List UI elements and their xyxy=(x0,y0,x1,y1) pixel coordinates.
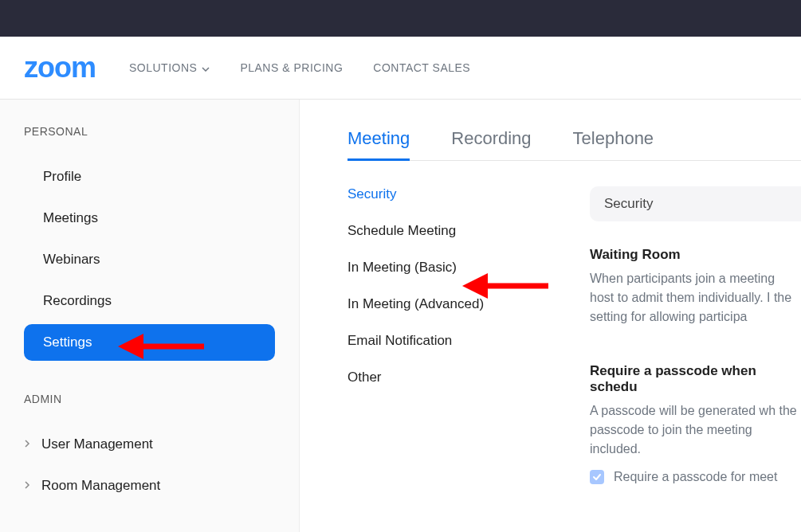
passcode-checkbox-row[interactable]: Require a passcode for meet xyxy=(590,470,801,484)
subnav: Security Schedule Meeting In Meeting (Ba… xyxy=(347,186,555,521)
sidebar-item-meetings[interactable]: Meetings xyxy=(24,200,275,237)
content: Meeting Recording Telephone Security Sch… xyxy=(300,100,801,532)
subnav-schedule-meeting[interactable]: Schedule Meeting xyxy=(347,223,555,239)
setting-waiting-room: Waiting Room When participants join a me… xyxy=(590,247,801,327)
sidebar-item-settings[interactable]: Settings xyxy=(24,324,275,361)
sidebar: PERSONAL Profile Meetings Webinars Recor… xyxy=(0,100,300,532)
tab-meeting[interactable]: Meeting xyxy=(347,128,410,161)
top-bar xyxy=(0,0,801,37)
sidebar-item-label: Profile xyxy=(43,169,81,185)
sidebar-item-label: Room Management xyxy=(41,478,160,494)
checkbox-checked-icon[interactable] xyxy=(590,470,604,484)
setting-description: A passcode will be generated wh the pass… xyxy=(590,401,801,459)
tab-label: Meeting xyxy=(347,128,410,148)
sidebar-item-recordings[interactable]: Recordings xyxy=(24,283,275,319)
subnav-in-meeting-advanced[interactable]: In Meeting (Advanced) xyxy=(347,296,555,312)
nav-contact-sales[interactable]: CONTACT SALES xyxy=(373,61,470,74)
subnav-label: Email Notification xyxy=(347,333,452,348)
subnav-in-meeting-basic[interactable]: In Meeting (Basic) xyxy=(347,260,555,276)
sidebar-item-room-management[interactable]: Room Management xyxy=(24,467,275,504)
subnav-label: In Meeting (Advanced) xyxy=(347,296,484,311)
sidebar-item-label: Meetings xyxy=(43,210,98,226)
sidebar-item-label: Webinars xyxy=(43,252,100,268)
sidebar-section-admin: ADMIN xyxy=(24,393,275,405)
sidebar-section-personal: PERSONAL xyxy=(24,125,275,138)
nav-plans-pricing[interactable]: PLANS & PRICING xyxy=(240,61,343,74)
nav-solutions-label: SOLUTIONS xyxy=(129,61,197,74)
zoom-logo-text: zoom xyxy=(24,53,96,82)
setting-title: Waiting Room xyxy=(590,247,801,263)
subnav-security[interactable]: Security xyxy=(347,186,555,202)
top-nav: SOLUTIONS PLANS & PRICING CONTACT SALES xyxy=(129,61,470,74)
tab-label: Recording xyxy=(451,128,531,148)
checkbox-label: Require a passcode for meet xyxy=(614,470,777,484)
sidebar-item-label: User Management xyxy=(41,436,153,452)
chevron-right-icon xyxy=(24,478,30,494)
sidebar-admin-items: User Management Room Management xyxy=(24,426,275,504)
section-header-security: Security xyxy=(590,186,801,221)
tab-recording[interactable]: Recording xyxy=(451,128,531,161)
subnav-label: In Meeting (Basic) xyxy=(347,260,457,275)
chevron-right-icon xyxy=(24,436,30,452)
tabs: Meeting Recording Telephone xyxy=(347,128,801,161)
header: zoom SOLUTIONS PLANS & PRICING CONTACT S… xyxy=(0,37,801,100)
sidebar-item-webinars[interactable]: Webinars xyxy=(24,241,275,278)
setting-description: When participants join a meeting host to… xyxy=(590,269,801,327)
sidebar-item-user-management[interactable]: User Management xyxy=(24,426,275,463)
setting-require-passcode: Require a passcode when schedu A passcod… xyxy=(590,363,801,484)
tab-telephone[interactable]: Telephone xyxy=(573,128,654,161)
subnav-label: Schedule Meeting xyxy=(347,223,456,238)
main-area: PERSONAL Profile Meetings Webinars Recor… xyxy=(0,100,801,532)
subnav-label: Other xyxy=(347,370,382,385)
caret-down-icon xyxy=(202,61,210,74)
sidebar-personal-items: Profile Meetings Webinars Recordings Set… xyxy=(24,158,275,361)
subnav-label: Security xyxy=(347,186,396,201)
nav-contact-label: CONTACT SALES xyxy=(373,61,470,74)
tab-label: Telephone xyxy=(573,128,654,148)
sidebar-item-label: Recordings xyxy=(43,293,112,309)
subnav-email-notification[interactable]: Email Notification xyxy=(347,333,555,349)
zoom-logo[interactable]: zoom xyxy=(24,53,96,82)
setting-title: Require a passcode when schedu xyxy=(590,363,801,395)
sidebar-item-profile[interactable]: Profile xyxy=(24,158,275,195)
settings-panel: Security Waiting Room When participants … xyxy=(555,186,801,521)
nav-solutions[interactable]: SOLUTIONS xyxy=(129,61,210,74)
nav-plans-label: PLANS & PRICING xyxy=(240,61,343,74)
sidebar-item-label: Settings xyxy=(43,334,92,350)
sub-area: Security Schedule Meeting In Meeting (Ba… xyxy=(347,186,801,521)
subnav-other[interactable]: Other xyxy=(347,370,555,385)
